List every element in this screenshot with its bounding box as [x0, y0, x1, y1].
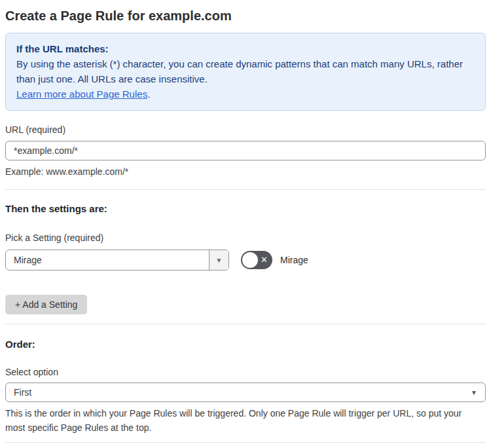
info-box-body: By using the asterisk (*) character, you… [16, 56, 475, 86]
url-field-label: URL (required) [5, 124, 486, 136]
mirage-toggle[interactable]: ✕ [241, 251, 272, 269]
setting-select-value: Mirage [6, 250, 209, 270]
divider [5, 189, 486, 190]
setting-select-dropdown-button[interactable]: ▼ [209, 250, 228, 270]
order-section-heading: Order: [5, 338, 486, 351]
setting-row: Mirage ▼ ✕ Mirage [5, 250, 486, 271]
settings-section-heading: Then the settings are: [5, 202, 486, 215]
order-select-value: First [14, 387, 31, 398]
info-link-line: Learn more about Page Rules. [16, 86, 475, 102]
caret-down-icon: ▼ [216, 257, 223, 264]
url-example-helper: Example: www.example.com/* [5, 165, 486, 178]
order-helper-text: This is the order in which your Page Rul… [5, 406, 477, 435]
setting-select[interactable]: Mirage ▼ [5, 250, 229, 271]
page-rule-form: Create a Page Rule for example.com If th… [0, 0, 491, 448]
order-select[interactable]: First ▼ [5, 383, 486, 402]
page-title: Create a Page Rule for example.com [5, 7, 486, 25]
link-suffix: . [147, 88, 150, 100]
toggle-label: Mirage [280, 255, 308, 265]
toggle-knob [242, 252, 258, 268]
learn-more-link[interactable]: Learn more about Page Rules [16, 88, 147, 100]
divider [5, 442, 486, 443]
setting-picker-label: Pick a Setting (required) [5, 232, 486, 244]
url-match-info-box: If the URL matches: By using the asteris… [5, 33, 486, 111]
info-box-heading: If the URL matches: [16, 41, 475, 56]
toggle-off-x-icon: ✕ [261, 255, 268, 264]
divider [5, 324, 486, 324]
order-select-label: Select option [5, 366, 486, 378]
url-input[interactable] [5, 141, 486, 160]
add-setting-button[interactable]: + Add a Setting [5, 295, 87, 314]
caret-down-icon: ▼ [471, 389, 477, 396]
